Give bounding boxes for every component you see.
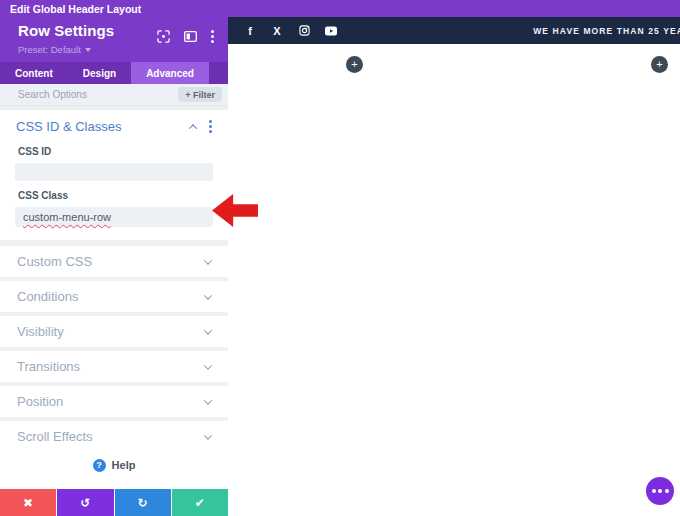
edit-layout-titlebar: Edit Global Header Layout (0, 0, 680, 17)
section-label: Transitions (17, 359, 80, 374)
chevron-up-icon[interactable] (189, 124, 197, 132)
chevron-down-icon (204, 291, 212, 299)
preview-canvas: f X (228, 17, 680, 516)
filter-button[interactable]: + Filter (178, 87, 222, 102)
announcement-text: WE HAVE MORE THAN 25 YEA (533, 26, 680, 36)
panel-header-icons (157, 30, 214, 43)
action-bar: ✖ ↺ ↻ ✔ (0, 489, 228, 516)
chevron-down-icon (204, 326, 212, 334)
tab-design[interactable]: Design (68, 62, 131, 84)
section-label: Visibility (17, 324, 64, 339)
section-label: Scroll Effects (17, 429, 93, 441)
undo-button[interactable]: ↺ (57, 489, 113, 516)
css-fields: CSS ID CSS Class custom-menu-row (0, 146, 228, 227)
ellipsis-dot (658, 489, 662, 493)
section-scroll-effects[interactable]: Scroll Effects (0, 421, 228, 441)
preset-label: Preset: Default (18, 44, 81, 55)
section-head-icons (190, 120, 212, 133)
search-bar: + Filter (0, 84, 228, 106)
section-position[interactable]: Position (0, 386, 228, 417)
section-conditions[interactable]: Conditions (0, 281, 228, 312)
preset-selector[interactable]: Preset: Default (18, 44, 91, 55)
save-button[interactable]: ✔ (172, 489, 228, 516)
kebab-menu-icon[interactable] (209, 120, 212, 133)
help-button[interactable]: ? Help (93, 459, 136, 472)
titlebar-title: Edit Global Header Layout (10, 3, 141, 15)
help-label: Help (112, 459, 136, 471)
section-label: Position (17, 394, 63, 409)
x-icon[interactable]: X (271, 25, 283, 37)
discard-button[interactable]: ✖ (0, 489, 56, 516)
css-id-classes-toggle[interactable]: CSS ID & Classes (0, 110, 228, 137)
chevron-down-icon (204, 256, 212, 264)
tab-advanced[interactable]: Advanced (131, 62, 209, 84)
chevron-down-icon (204, 361, 212, 369)
focus-mode-icon[interactable] (157, 30, 170, 43)
panel-header: Row Settings Preset: Default (0, 17, 228, 62)
css-class-input[interactable]: custom-menu-row (15, 207, 213, 227)
page-settings-button[interactable] (646, 477, 674, 505)
ellipsis-dot (652, 489, 656, 493)
main-layout: Row Settings Preset: Default (0, 17, 680, 516)
split-view-icon[interactable] (184, 31, 197, 42)
site-header-bar: f X (228, 17, 680, 44)
instagram-icon[interactable] (298, 25, 310, 36)
add-section-button-right[interactable]: + (651, 56, 668, 73)
section-custom-css[interactable]: Custom CSS (0, 246, 228, 277)
css-class-value: custom-menu-row (23, 211, 111, 223)
css-id-label: CSS ID (18, 146, 210, 157)
section-label: Conditions (17, 289, 78, 304)
chevron-down-icon (204, 396, 212, 404)
chevron-down-icon (204, 431, 212, 439)
add-section-button-left[interactable]: + (346, 56, 363, 73)
kebab-menu-icon[interactable] (211, 30, 214, 43)
search-input[interactable] (18, 89, 172, 100)
settings-tabs: Content Design Advanced (0, 62, 228, 84)
row-settings-panel: Row Settings Preset: Default (0, 17, 228, 516)
caret-down-icon (85, 48, 91, 52)
section-title: CSS ID & Classes (16, 119, 121, 134)
css-id-input[interactable] (15, 163, 213, 181)
section-visibility[interactable]: Visibility (0, 316, 228, 347)
css-id-classes-section: CSS ID & Classes CSS ID CSS Class (0, 110, 228, 240)
help-footer: ? Help (0, 441, 228, 489)
youtube-icon[interactable] (325, 26, 337, 36)
app-window: Edit Global Header Layout Row Settings P… (0, 0, 680, 516)
tab-content[interactable]: Content (0, 62, 68, 84)
css-class-label: CSS Class (18, 190, 210, 201)
redo-button[interactable]: ↻ (115, 489, 171, 516)
settings-content: CSS ID & Classes CSS ID CSS Class (0, 106, 228, 441)
facebook-icon[interactable]: f (244, 25, 256, 37)
social-links: f X (244, 25, 337, 37)
section-label: Custom CSS (17, 254, 92, 269)
section-transitions[interactable]: Transitions (0, 351, 228, 382)
help-icon: ? (93, 459, 106, 472)
ellipsis-dot (665, 489, 669, 493)
